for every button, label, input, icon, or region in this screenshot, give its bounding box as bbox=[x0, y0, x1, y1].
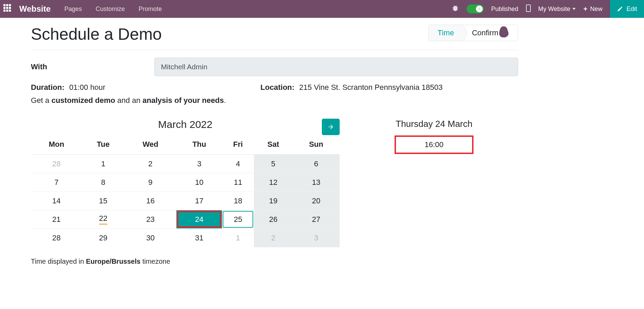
edit-label: Edit bbox=[627, 5, 637, 13]
dow-wed: Wed bbox=[125, 134, 177, 155]
calendar-day[interactable]: 16 bbox=[125, 192, 177, 210]
nav-customize[interactable]: Customize bbox=[96, 5, 125, 13]
bug-icon[interactable] bbox=[452, 4, 459, 14]
location-label: Location: bbox=[260, 83, 294, 92]
calendar-day[interactable]: 1 bbox=[82, 155, 125, 173]
pencil-icon bbox=[617, 6, 623, 12]
nav-pages[interactable]: Pages bbox=[65, 5, 82, 13]
timezone-note: Time displayed in Europe/Brussels timezo… bbox=[31, 258, 340, 265]
published-label: Published bbox=[491, 5, 518, 13]
dow-thu: Thu bbox=[176, 134, 222, 155]
calendar-day[interactable]: 14 bbox=[31, 192, 82, 210]
calendar-day[interactable]: 18 bbox=[222, 192, 254, 210]
calendar-day[interactable]: 13 bbox=[293, 173, 340, 192]
edit-button[interactable]: Edit bbox=[610, 0, 644, 18]
calendar-day[interactable]: 3 bbox=[293, 229, 340, 247]
calendar-grid: Mon Tue Wed Thu Fri Sat Sun 281234567891… bbox=[31, 134, 340, 247]
app-brand[interactable]: Website bbox=[19, 4, 51, 14]
tz-prefix: Time displayed in bbox=[31, 258, 86, 265]
svg-rect-0 bbox=[526, 5, 530, 12]
calendar-month-title: March 2022 bbox=[31, 119, 340, 130]
calendar-day[interactable]: 29 bbox=[82, 229, 125, 247]
published-toggle[interactable] bbox=[467, 4, 484, 13]
odoo-drop-icon bbox=[499, 26, 508, 37]
calendar-day[interactable]: 8 bbox=[82, 173, 125, 192]
plus-icon: + bbox=[583, 5, 587, 13]
calendar-day[interactable]: 5 bbox=[254, 155, 293, 173]
location-value: 215 Vine St. Scranton Pennsylvania 18503 bbox=[299, 83, 443, 92]
dow-sat: Sat bbox=[254, 134, 293, 155]
my-website-label: My Website bbox=[538, 5, 571, 13]
time-slot-1600[interactable]: 16:00 bbox=[395, 135, 473, 154]
calendar-day[interactable]: 2 bbox=[125, 155, 177, 173]
calendar-day[interactable]: 21 bbox=[31, 210, 82, 229]
page-title: Schedule a Demo bbox=[31, 25, 162, 44]
topbar: Website Pages Customize Promote Publishe… bbox=[0, 0, 644, 18]
calendar-day[interactable]: 26 bbox=[254, 210, 293, 229]
arrow-right-icon bbox=[327, 123, 334, 130]
dow-sun: Sun bbox=[293, 134, 340, 155]
apps-icon[interactable] bbox=[3, 4, 13, 14]
wizard-step-time[interactable]: Time bbox=[429, 25, 463, 41]
calendar-day[interactable]: 7 bbox=[31, 173, 82, 192]
calendar-day[interactable]: 10 bbox=[176, 173, 222, 192]
wizard-step-confirmation[interactable]: Confirm on bbox=[463, 25, 518, 41]
calendar-day[interactable]: 25 bbox=[222, 210, 254, 229]
with-label: With bbox=[31, 62, 154, 71]
description: Get a customized demo and an analysis of… bbox=[31, 96, 518, 105]
calendar-day[interactable]: 28 bbox=[31, 229, 82, 247]
calendar-day[interactable]: 6 bbox=[293, 155, 340, 173]
calendar-day[interactable]: 24 bbox=[176, 210, 222, 229]
calendar-day[interactable]: 28 bbox=[31, 155, 82, 173]
with-input[interactable]: Mitchell Admin bbox=[154, 58, 518, 76]
calendar-day[interactable]: 15 bbox=[82, 192, 125, 210]
calendar-day[interactable]: 23 bbox=[125, 210, 177, 229]
dow-mon: Mon bbox=[31, 134, 82, 155]
selected-day-title: Thursday 24 March bbox=[350, 119, 518, 129]
desc-prefix: Get a bbox=[31, 96, 51, 105]
calendar-day[interactable]: 19 bbox=[254, 192, 293, 210]
dow-tue: Tue bbox=[82, 134, 125, 155]
dow-fri: Fri bbox=[222, 134, 254, 155]
calendar-day[interactable]: 11 bbox=[222, 173, 254, 192]
desc-bold1: customized demo bbox=[51, 96, 115, 105]
my-website-dropdown[interactable]: My Website bbox=[538, 5, 576, 13]
desc-suffix: . bbox=[224, 96, 226, 105]
calendar-day[interactable]: 30 bbox=[125, 229, 177, 247]
duration-value: 01:00 hour bbox=[69, 83, 105, 92]
calendar-day[interactable]: 4 bbox=[222, 155, 254, 173]
wizard-steps: Time Confirm on bbox=[428, 25, 518, 41]
mobile-icon[interactable] bbox=[526, 4, 531, 14]
nav-promote[interactable]: Promote bbox=[139, 5, 162, 13]
calendar-day[interactable]: 27 bbox=[293, 210, 340, 229]
tz-suffix: timezone bbox=[140, 258, 170, 265]
desc-mid: and an bbox=[115, 96, 143, 105]
calendar-day[interactable]: 12 bbox=[254, 173, 293, 192]
tz-value: Europe/Brussels bbox=[86, 258, 140, 265]
duration-label: Duration: bbox=[31, 83, 65, 92]
calendar-day[interactable]: 9 bbox=[125, 173, 177, 192]
calendar-day[interactable]: 2 bbox=[254, 229, 293, 247]
caret-down-icon bbox=[572, 8, 576, 10]
calendar-day[interactable]: 20 bbox=[293, 192, 340, 210]
calendar-day[interactable]: 22 bbox=[82, 210, 125, 229]
check-icon bbox=[476, 5, 483, 12]
desc-bold2: analysis of your needs bbox=[142, 96, 224, 105]
calendar-day[interactable]: 31 bbox=[176, 229, 222, 247]
calendar-next-button[interactable] bbox=[322, 119, 340, 135]
calendar-day[interactable]: 17 bbox=[176, 192, 222, 210]
calendar-day[interactable]: 1 bbox=[222, 229, 254, 247]
new-label: New bbox=[590, 5, 602, 13]
new-button[interactable]: +New bbox=[583, 5, 602, 13]
calendar-day[interactable]: 3 bbox=[176, 155, 222, 173]
